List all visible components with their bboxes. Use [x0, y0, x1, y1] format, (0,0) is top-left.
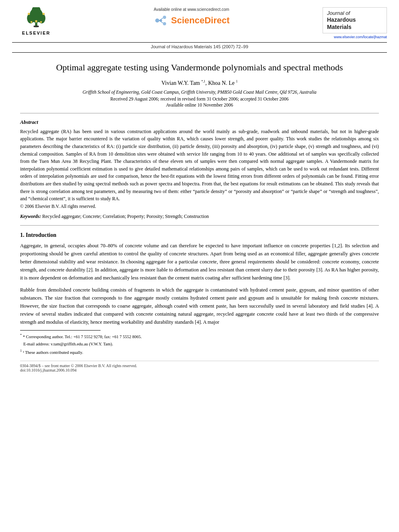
svg-point-9	[40, 21, 42, 23]
journal-name-bold: HazardousMaterials	[327, 16, 383, 31]
header-divider	[12, 42, 387, 43]
available-online-text: Available online at www.sciencedirect.co…	[68, 7, 315, 12]
journal-url: www.elsevier.com/locate/jhazmat	[323, 35, 387, 39]
svg-rect-10	[34, 26, 39, 27]
abstract-divider-bottom	[20, 225, 379, 226]
doi: doi:10.1016/j.jhazmat.2006.10.094	[20, 368, 379, 372]
received-dates: Received 29 August 2006; received in rev…	[20, 97, 379, 101]
elsevier-tree-icon	[22, 7, 50, 29]
journal-issue: Journal of Hazardous Materials 145 (2007…	[12, 44, 387, 49]
abstract-section: Abstract Recycled aggregate (RA) has bee…	[20, 119, 379, 220]
footnotes: * * Corresponding author. Tel.: +61 7 55…	[20, 333, 379, 356]
available-date: Available online 10 November 2006	[20, 103, 379, 107]
introduction-section: 1. Introduction Aggregate, in general, o…	[20, 232, 379, 326]
intro-title: 1. Introduction	[20, 232, 379, 238]
footnote-note1: 1 ¹ These authors contributed equally.	[20, 349, 379, 356]
authors: Vivian W.Y. Tam *,1, Khoa N. Le 1	[20, 80, 379, 86]
abstract-title: Abstract	[20, 119, 379, 125]
svg-point-6	[43, 13, 45, 15]
journal-info-section: Journal of HazardousMaterials www.elsevi…	[323, 7, 387, 39]
affiliation: Griffith School of Engineering, Gold Coa…	[20, 90, 379, 94]
keywords-values: Recycled aggregate; Concrete; Correlatio…	[42, 214, 209, 219]
svg-point-7	[35, 20, 37, 23]
journal-box: Journal of HazardousMaterials	[323, 7, 387, 33]
header: ELSEVIER Available online at www.science…	[0, 0, 399, 39]
svg-point-8	[31, 21, 33, 23]
footnote-divider	[20, 330, 101, 331]
header-divider-2	[12, 52, 387, 53]
intro-paragraph-1: Aggregate, in general, occupies about 70…	[20, 242, 379, 282]
footnote-email: E-mail address: v.tam@griffith.edu.au (V…	[20, 341, 379, 348]
sciencedirect-label: ScienceDirect	[171, 15, 230, 26]
svg-point-13	[163, 22, 166, 25]
svg-point-5	[28, 13, 30, 15]
sciencedirect-logo: ScienceDirect	[68, 13, 315, 28]
svg-line-17	[162, 18, 163, 18]
abstract-text: Recycled aggregate (RA) has been used in…	[20, 128, 379, 210]
keywords-line: Keywords: Recycled aggregate; Concrete; …	[20, 214, 379, 220]
doi-line: 0304-3894/$ – see front matter © 2006 El…	[20, 364, 379, 368]
footer: 0304-3894/$ – see front matter © 2006 El…	[20, 361, 379, 372]
sciencedirect-section: Available online at www.sciencedirect.co…	[60, 7, 323, 29]
page: ELSEVIER Available online at www.science…	[0, 0, 399, 532]
svg-line-18	[162, 23, 163, 23]
copyright-line: © 2006 Elsevier B.V. All rights reserved…	[20, 204, 96, 209]
svg-point-12	[163, 16, 166, 19]
svg-point-11	[155, 18, 159, 23]
intro-paragraph-2: Rubble from demolished concrete building…	[20, 286, 379, 326]
sciencedirect-molecule-icon	[153, 13, 169, 28]
elsevier-logo-section: ELSEVIER	[12, 7, 60, 35]
elsevier-logo: ELSEVIER	[12, 7, 60, 35]
elsevier-label: ELSEVIER	[22, 31, 50, 35]
main-content: Optimal aggregate testing using Vandermo…	[0, 62, 399, 372]
keywords-label: Keywords:	[20, 214, 41, 219]
journal-name-italic: Journal of	[327, 10, 383, 16]
paper-title: Optimal aggregate testing using Vandermo…	[20, 62, 379, 74]
abstract-divider-top	[20, 113, 379, 113]
footnote-corresponding: * * Corresponding author. Tel.: +61 7 55…	[20, 333, 379, 340]
